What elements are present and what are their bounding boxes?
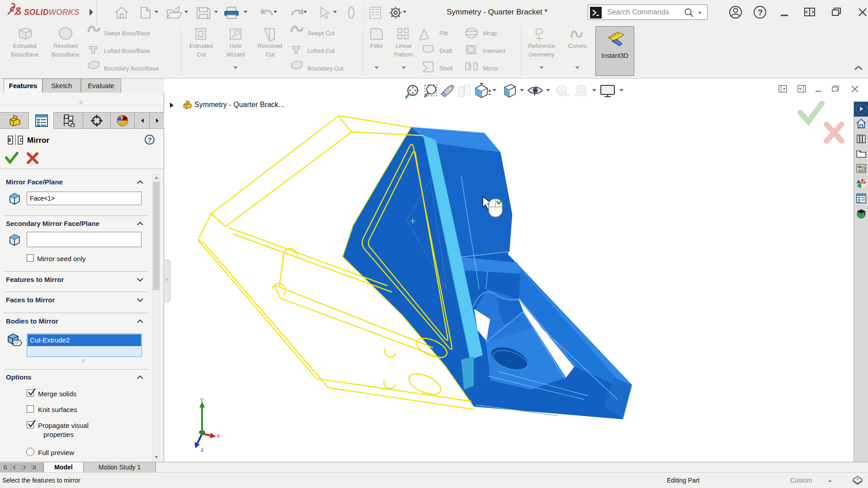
svg-text:x: x [217, 432, 220, 439]
svg-text:Curves: Curves [568, 42, 587, 49]
svg-text:Wrap: Wrap [483, 30, 497, 37]
svg-text:Mirror: Mirror [483, 65, 499, 72]
svg-text:Boundary Boss/Base: Boundary Boss/Base [104, 65, 159, 72]
svg-text:Fillet: Fillet [370, 42, 383, 49]
svg-text:Revolved: Revolved [53, 42, 78, 49]
svg-text:Intersect: Intersect [483, 47, 505, 54]
svg-text:Extruded: Extruded [189, 42, 213, 49]
svg-text:?: ? [758, 8, 763, 17]
svg-text:Cut: Cut [265, 51, 275, 58]
svg-text:Lofted Cut: Lofted Cut [307, 47, 335, 54]
svg-text:Swept Boss/Base: Swept Boss/Base [104, 30, 150, 37]
svg-text:Cut: Cut [197, 51, 206, 58]
svg-text:Shell: Shell [439, 65, 453, 72]
svg-text:Lofted Boss/Base: Lofted Boss/Base [104, 47, 150, 54]
svg-text:z: z [201, 446, 204, 453]
svg-text:SOLIDWORKS: SOLIDWORKS [24, 8, 80, 17]
svg-text:Pattern: Pattern [394, 51, 413, 58]
svg-text:Revolved: Revolved [258, 42, 282, 49]
svg-text:Wizard: Wizard [226, 51, 245, 58]
svg-text:Geometry: Geometry [528, 51, 555, 58]
svg-text:Hole: Hole [230, 42, 242, 49]
svg-text:Boss/Base: Boss/Base [52, 51, 80, 58]
svg-text:Draft: Draft [439, 47, 453, 54]
svg-text:Y: Y [200, 397, 204, 404]
svg-text:Linear: Linear [396, 42, 412, 49]
svg-text:Rib: Rib [439, 30, 448, 37]
svg-text:Swept Cut: Swept Cut [307, 30, 335, 37]
svg-text:Boss/Base: Boss/Base [11, 51, 39, 58]
svg-text:Reference: Reference [528, 42, 555, 49]
svg-text:Extruded: Extruded [13, 42, 37, 49]
svg-text:Boundary Cut: Boundary Cut [307, 65, 344, 72]
